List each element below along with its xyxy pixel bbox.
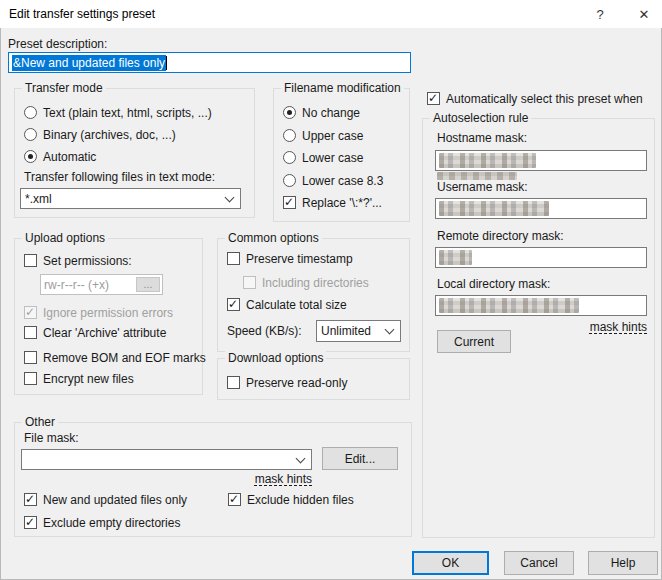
radio-lower-case-label: Lower case <box>302 151 363 165</box>
chevron-down-icon <box>382 329 396 333</box>
mask-hints-link[interactable]: mask hints <box>212 472 312 486</box>
close-icon[interactable]: ✕ <box>628 0 660 28</box>
permissions-value: rw-r--r-- (+x) <box>44 278 109 292</box>
set-permissions-checkbox[interactable]: Set permissions: <box>24 254 132 268</box>
help-icon[interactable]: ? <box>584 0 616 28</box>
radio-no-change-label: No change <box>302 106 360 120</box>
preserve-read-only-checkbox[interactable]: Preserve read-only <box>227 376 347 390</box>
replace-chars-checkbox[interactable]: Replace '\:*?'... <box>283 196 382 210</box>
radio-circle <box>283 129 296 142</box>
radio-circle <box>24 128 37 141</box>
radio-lower-case[interactable]: Lower case <box>283 151 363 165</box>
redacted-hostname-value <box>439 153 536 168</box>
auto-select-preset-checkbox[interactable]: Automatically select this preset when <box>427 92 643 106</box>
encrypt-new-files-label: Encrypt new files <box>43 372 134 386</box>
checkbox-checked <box>227 298 240 311</box>
cancel-button[interactable]: Cancel <box>504 551 574 575</box>
text-caret <box>166 56 167 70</box>
other-group-title: Other <box>22 415 58 429</box>
local-directory-mask-label: Local directory mask: <box>437 277 550 291</box>
checkbox-checked <box>24 516 37 529</box>
radio-circle-selected <box>24 150 37 163</box>
username-mask-input[interactable] <box>435 198 647 219</box>
speed-value: Unlimited <box>321 324 382 338</box>
text-mode-combobox[interactable]: *.xml <box>20 188 241 209</box>
checkbox-checked <box>228 493 241 506</box>
checkbox-unchecked-disabled <box>243 276 256 289</box>
permissions-ellipsis-button[interactable]: ... <box>136 277 160 292</box>
radio-upper-case[interactable]: Upper case <box>283 129 363 143</box>
speed-label: Speed (KB/s): <box>227 324 302 338</box>
titlebar: Edit transfer settings preset ? ✕ <box>0 0 662 28</box>
redacted-local-value <box>439 298 579 313</box>
mask-hints-link-autoselection[interactable]: mask hints <box>547 320 647 334</box>
transfer-mode-group-title: Transfer mode <box>22 81 106 95</box>
radio-circle <box>283 151 296 164</box>
calculate-total-size-label: Calculate total size <box>246 298 347 312</box>
upload-options-group-title: Upload options <box>22 231 108 245</box>
radio-transfer-binary-label: Binary (archives, doc, ...) <box>43 128 176 142</box>
checkbox-checked <box>24 493 37 506</box>
autoselection-rule-group-title: Autoselection rule <box>430 111 531 125</box>
window-title: Edit transfer settings preset <box>9 7 155 21</box>
exclude-hidden-checkbox[interactable]: Exclude hidden files <box>228 493 354 507</box>
redacted-remote-value <box>439 250 472 265</box>
radio-transfer-automatic[interactable]: Automatic <box>24 150 96 164</box>
radio-circle-selected <box>283 106 296 119</box>
text-mode-label: Transfer following files in text mode: <box>24 170 215 184</box>
exclude-hidden-label: Exclude hidden files <box>247 493 354 507</box>
username-mask-label: Username mask: <box>437 180 528 194</box>
including-directories-checkbox: Including directories <box>243 276 369 290</box>
replace-chars-label: Replace '\:*?'... <box>302 196 382 210</box>
encrypt-new-files-checkbox[interactable]: Encrypt new files <box>24 372 134 386</box>
checkbox-unchecked <box>24 326 37 339</box>
radio-lower-case-83[interactable]: Lower case 8.3 <box>283 174 383 188</box>
preserve-read-only-label: Preserve read-only <box>246 376 347 390</box>
including-directories-label: Including directories <box>262 276 369 290</box>
preserve-timestamp-checkbox[interactable]: Preserve timestamp <box>227 252 353 266</box>
ignore-permission-errors-label: Ignore permission errors <box>43 306 173 320</box>
remote-directory-mask-input[interactable] <box>435 247 647 268</box>
common-options-group-title: Common options <box>225 231 322 245</box>
help-button[interactable]: Help <box>588 551 658 575</box>
new-and-updated-checkbox[interactable]: New and updated files only <box>24 493 187 507</box>
checkbox-checked <box>427 92 440 105</box>
auto-select-preset-label: Automatically select this preset when <box>446 92 643 106</box>
set-permissions-label: Set permissions: <box>43 254 132 268</box>
radio-lower-case-83-label: Lower case 8.3 <box>302 174 383 188</box>
radio-circle <box>283 174 296 187</box>
preset-description-input[interactable]: &New and updated files only <box>8 52 411 73</box>
chevron-down-icon <box>293 458 307 462</box>
local-directory-mask-input[interactable] <box>435 295 647 316</box>
chevron-down-icon <box>222 197 236 201</box>
hostname-mask-label: Hostname mask: <box>437 131 527 145</box>
radio-transfer-text[interactable]: Text (plain text, html, scripts, ...) <box>24 106 212 120</box>
radio-transfer-binary[interactable]: Binary (archives, doc, ...) <box>24 128 176 142</box>
remote-directory-mask-label: Remote directory mask: <box>437 229 564 243</box>
file-mask-label: File mask: <box>24 431 79 445</box>
checkbox-unchecked <box>227 252 240 265</box>
exclude-empty-checkbox[interactable]: Exclude empty directories <box>24 516 180 530</box>
remove-bom-checkbox[interactable]: Remove BOM and EOF marks <box>24 351 206 365</box>
radio-no-change[interactable]: No change <box>283 106 360 120</box>
preserve-timestamp-label: Preserve timestamp <box>246 252 353 266</box>
edit-transfer-settings-dialog: Edit transfer settings preset ? ✕ Preset… <box>0 0 662 580</box>
redaction-artifact <box>437 172 517 180</box>
calculate-total-size-checkbox[interactable]: Calculate total size <box>227 298 347 312</box>
current-button[interactable]: Current <box>437 330 511 353</box>
download-options-group-title: Download options <box>225 351 326 365</box>
file-mask-combobox[interactable] <box>21 449 312 470</box>
preset-description-label: Preset description: <box>8 37 107 51</box>
hostname-mask-input[interactable] <box>435 150 647 171</box>
clear-archive-label: Clear 'Archive' attribute <box>43 326 166 340</box>
checkbox-unchecked <box>227 376 240 389</box>
radio-circle <box>24 106 37 119</box>
radio-transfer-text-label: Text (plain text, html, scripts, ...) <box>43 106 212 120</box>
new-and-updated-label: New and updated files only <box>43 493 187 507</box>
edit-button[interactable]: Edit... <box>322 447 398 470</box>
speed-combobox[interactable]: Unlimited <box>316 320 401 342</box>
clear-archive-checkbox[interactable]: Clear 'Archive' attribute <box>24 326 166 340</box>
redacted-username-value <box>439 201 549 216</box>
checkbox-unchecked <box>24 254 37 267</box>
ok-button[interactable]: OK <box>412 551 489 575</box>
